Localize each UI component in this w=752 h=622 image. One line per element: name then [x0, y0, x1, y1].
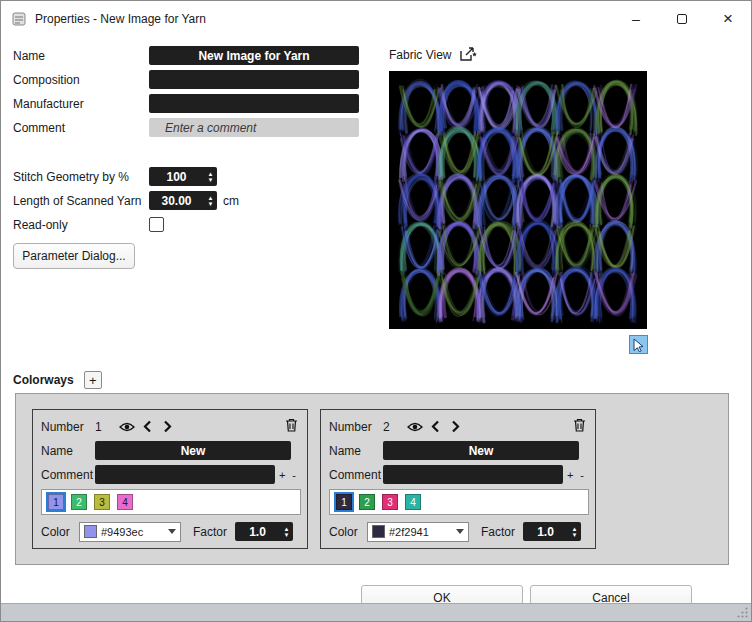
maximize-button[interactable] — [659, 1, 705, 37]
minimize-button[interactable]: – — [613, 1, 659, 37]
titlebar: Properties - New Image for Yarn – × — [1, 1, 751, 37]
chevron-left-icon — [143, 420, 152, 433]
visibility-button[interactable] — [405, 418, 425, 436]
comment-input[interactable]: Enter a comment — [149, 118, 359, 137]
chevron-down-icon — [168, 529, 176, 534]
add-colorway-button[interactable]: + — [84, 371, 102, 389]
colorway-comment-input[interactable] — [383, 465, 563, 484]
close-button[interactable]: × — [705, 1, 751, 37]
properties-form: Name New Image for Yarn Composition Manu… — [13, 46, 373, 269]
resize-grip[interactable] — [736, 606, 749, 619]
swatch-2[interactable]: 2 — [359, 494, 375, 510]
chevron-left-icon — [431, 420, 440, 433]
composition-input[interactable] — [149, 70, 359, 89]
colorway-card-2: Number 2 Name New Commen — [320, 409, 596, 549]
chevron-right-icon — [163, 420, 172, 433]
swatch-list: 1 2 3 4 — [329, 489, 589, 515]
colorway-comment-label: Comment — [329, 468, 383, 482]
number-value: 2 — [383, 420, 405, 434]
swatch-list: 1 2 3 4 — [41, 489, 301, 515]
colorways-header: Colorways + — [13, 371, 102, 389]
popout-star-icon[interactable] — [459, 46, 477, 65]
fabric-view-section: Fabric View — [389, 46, 647, 329]
eye-icon — [407, 421, 423, 433]
manufacturer-input[interactable] — [149, 94, 359, 113]
colorways-panel: Number 1 Name New Commen — [15, 393, 729, 565]
manufacturer-label: Manufacturer — [13, 97, 149, 111]
factor-stepper[interactable]: 1.0 ▲ ▼ — [235, 522, 293, 541]
color-label: Color — [329, 525, 367, 539]
stitch-geometry-value: 100 — [149, 167, 204, 186]
maximize-icon — [677, 14, 687, 24]
chevron-right-icon — [451, 420, 460, 433]
properties-dialog: Properties - New Image for Yarn – × Name… — [0, 0, 752, 622]
chevron-down-icon — [456, 529, 464, 534]
swatch-4[interactable]: 4 — [405, 494, 421, 510]
swatch-2[interactable]: 2 — [71, 494, 87, 510]
color-dropdown[interactable]: #2f2941 — [367, 522, 469, 542]
trash-icon — [285, 418, 298, 432]
color-dropdown[interactable]: #9493ec — [79, 522, 181, 542]
factor-value: 1.0 — [235, 522, 280, 541]
prev-colorway-button[interactable] — [425, 418, 445, 436]
trash-icon — [573, 418, 586, 432]
colorway-card-1: Number 1 Name New Commen — [32, 409, 308, 549]
color-swatch — [84, 525, 97, 538]
colorway-name-label: Name — [41, 444, 95, 458]
name-input[interactable]: New Image for Yarn — [149, 46, 359, 65]
colorway-name-label: Name — [329, 444, 383, 458]
factor-label: Factor — [193, 525, 227, 539]
colorway-name-input[interactable]: New — [95, 441, 291, 460]
stitch-geometry-label: Stitch Geometry by % — [13, 170, 149, 184]
prev-colorway-button[interactable] — [137, 418, 157, 436]
yarn-length-value: 30.00 — [149, 191, 204, 210]
swatch-3[interactable]: 3 — [94, 494, 110, 510]
add-comment-button[interactable]: + — [565, 469, 575, 481]
swatch-1[interactable]: 1 — [336, 494, 352, 510]
yarn-length-unit: cm — [223, 194, 239, 208]
parameter-dialog-button[interactable]: Parameter Dialog... — [13, 243, 135, 269]
number-value: 1 — [95, 420, 117, 434]
visibility-button[interactable] — [117, 418, 137, 436]
swatch-4[interactable]: 4 — [117, 494, 133, 510]
colorways-title: Colorways — [13, 373, 74, 387]
fabric-view-image[interactable] — [389, 71, 647, 329]
remove-comment-button[interactable]: - — [577, 469, 587, 481]
factor-label: Factor — [481, 525, 515, 539]
readonly-checkbox[interactable] — [149, 217, 164, 232]
number-label: Number — [41, 420, 95, 434]
factor-stepper[interactable]: 1.0 ▲ ▼ — [523, 522, 581, 541]
spin-down-icon[interactable]: ▼ — [572, 532, 578, 538]
colorway-comment-input[interactable] — [95, 465, 275, 484]
remove-comment-button[interactable]: - — [289, 469, 299, 481]
window-title: Properties - New Image for Yarn — [35, 12, 206, 26]
yarn-length-label: Length of Scanned Yarn — [13, 194, 149, 208]
color-swatch — [372, 525, 385, 538]
app-icon — [11, 11, 27, 27]
spin-down-icon[interactable]: ▼ — [208, 177, 214, 183]
spin-down-icon[interactable]: ▼ — [208, 201, 214, 207]
delete-colorway-button[interactable] — [281, 416, 301, 434]
select-tool-button[interactable] — [629, 335, 648, 354]
yarn-length-arrows: ▲ ▼ — [204, 191, 217, 210]
delete-colorway-button[interactable] — [569, 416, 589, 434]
add-comment-button[interactable]: + — [277, 469, 287, 481]
color-hex-value: #2f2941 — [389, 526, 452, 538]
number-label: Number — [329, 420, 383, 434]
next-colorway-button[interactable] — [157, 418, 177, 436]
color-hex-value: #9493ec — [101, 526, 164, 538]
colorway-name-input[interactable]: New — [383, 441, 579, 460]
next-colorway-button[interactable] — [445, 418, 465, 436]
stitch-geometry-arrows: ▲ ▼ — [204, 167, 217, 186]
spin-down-icon[interactable]: ▼ — [284, 532, 290, 538]
composition-label: Composition — [13, 73, 149, 87]
colorway-comment-label: Comment — [41, 468, 95, 482]
yarn-length-stepper[interactable]: 30.00 ▲ ▼ — [149, 191, 217, 210]
fabric-view-label: Fabric View — [389, 48, 451, 62]
stitch-geometry-stepper[interactable]: 100 ▲ ▼ — [149, 167, 217, 186]
readonly-label: Read-only — [13, 218, 149, 232]
swatch-1[interactable]: 1 — [48, 494, 64, 510]
minimize-icon: – — [632, 11, 640, 27]
swatch-3[interactable]: 3 — [382, 494, 398, 510]
comment-label: Comment — [13, 121, 149, 135]
